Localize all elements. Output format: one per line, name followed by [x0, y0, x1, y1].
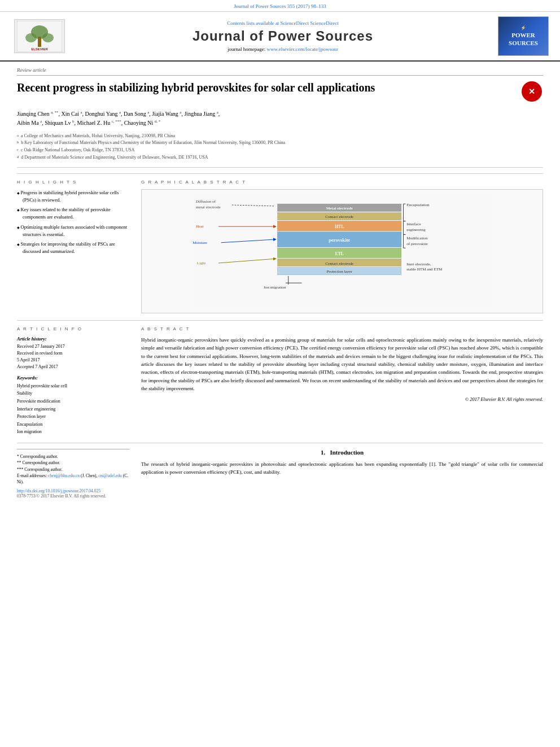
journal-homepage: journal homepage: www.elsevier.com/locat…	[68, 46, 498, 52]
graphical-abstract-column: G R A P H I C A L A B S T R A C T Metal …	[141, 180, 543, 313]
svg-text:Ion migration: Ion migration	[264, 285, 286, 290]
highlight-2: Key issues related to the stability of p…	[17, 206, 130, 221]
svg-text:Moisture: Moisture	[193, 240, 207, 244]
svg-text:perovskite: perovskite	[329, 237, 350, 243]
svg-text:engineering: engineering	[406, 228, 426, 232]
svg-text:Heat: Heat	[196, 224, 203, 229]
svg-rect-4	[38, 37, 41, 47]
journal-header: ELSEVIER Contents lists available at Sci…	[0, 12, 560, 62]
highlight-1: Progress in stabilizing hybrid perovskit…	[17, 189, 130, 204]
issn-text: 0378-7753/© 2017 Elsevier B.V. All right…	[17, 493, 130, 499]
crossmark: ✕	[520, 80, 543, 103]
footnote-2: ** Corresponding author.	[17, 460, 130, 466]
crossmark-icon: ✕	[522, 81, 542, 102]
svg-text:Contact electrode: Contact electrode	[325, 261, 353, 266]
article-title: Recent progress in stabilizing hybrid pe…	[17, 80, 520, 95]
affiliation-a: aa College of Mechanics and Materials, H…	[17, 133, 543, 140]
logo-power: POWER	[511, 31, 535, 39]
keyword-2: Stability	[17, 390, 130, 397]
highlights-graphical-section: H I G H L I G H T S Progress in stabiliz…	[17, 173, 543, 313]
citation-text: Journal of Power Sources 355 (2017) 98–1…	[234, 3, 326, 9]
accepted-date: Accepted 7 April 2017	[17, 364, 130, 370]
svg-text:Diffusion of: Diffusion of	[196, 199, 216, 204]
intro-section: * Corresponding author. ** Corresponding…	[17, 443, 543, 499]
svg-point-2	[25, 33, 37, 42]
article-body: Review article Recent progress in stabil…	[0, 62, 560, 504]
svg-text:Light: Light	[197, 261, 205, 265]
history-label: Article history:	[17, 336, 130, 342]
email-label-line: E-mail addresses: chenj@hhu.edu.cn (J. C…	[17, 473, 130, 486]
received-revised-date: 5 April 2017	[17, 357, 130, 364]
sciencedirect-text: Contents lists available at ScienceDirec…	[227, 20, 309, 26]
review-label: Review article	[17, 67, 543, 76]
intro-text: The research of hybrid inorganic-organic…	[141, 460, 543, 477]
keyword-6: Encapsulation	[17, 421, 130, 429]
graphical-abstract-header: G R A P H I C A L A B S T R A C T	[141, 180, 543, 185]
footnote-separator	[17, 449, 130, 452]
highlight-4: Strategies for improving the stability o…	[17, 241, 130, 255]
elsevier-logo: ELSEVIER	[11, 19, 68, 53]
abstract-header: A B S T R A C T	[141, 326, 543, 331]
introduction-column: 1. Introduction The research of hybrid i…	[141, 449, 543, 499]
elsevier-logo-image: ELSEVIER	[14, 19, 65, 53]
authors-line: Jianqing Chen a, **, Xin Cai a, Donghui …	[17, 110, 543, 128]
footnote-1: * Corresponding author.	[17, 453, 130, 460]
svg-text:Contact electrode: Contact electrode	[325, 215, 353, 219]
svg-text:Metal electrode: Metal electrode	[326, 206, 353, 211]
svg-text:ETL: ETL	[335, 251, 344, 256]
svg-text:Inert electrode,: Inert electrode,	[406, 262, 431, 267]
doi-link[interactable]: http://dx.doi.org/10.1016/j.jpowsour.201…	[17, 488, 130, 493]
keyword-7: Ion migration	[17, 428, 130, 436]
copyright: © 2017 Elsevier B.V. All rights reserved…	[141, 396, 543, 402]
sciencedirect-link: Contents lists available at ScienceDirec…	[68, 20, 498, 26]
affiliations: aa College of Mechanics and Materials, H…	[17, 133, 543, 168]
journal-center: Contents lists available at ScienceDirec…	[68, 20, 498, 52]
highlights-header: H I G H L I G H T S	[17, 180, 130, 185]
info-abstract-section: A R T I C L E I N F O Article history: R…	[17, 320, 543, 436]
highlights-column: H I G H L I G H T S Progress in stabiliz…	[17, 180, 130, 313]
email-1[interactable]: chenj@hhu.edu.cn	[48, 473, 80, 478]
affiliation-d: dd Department of Materials Science and E…	[17, 154, 543, 161]
footnote-3: *** Corresponding author.	[17, 466, 130, 473]
article-title-section: Recent progress in stabilizing hybrid pe…	[17, 80, 543, 103]
keywords-label: Keywords:	[17, 375, 130, 381]
affiliation-b: bb Key Laboratory of Functional Material…	[17, 139, 543, 147]
graphical-abstract-box: Metal electrode Contact electrode HTL pe…	[141, 189, 543, 313]
footnotes-column: * Corresponding author. ** Corresponding…	[17, 449, 130, 499]
graphical-abstract-diagram: Metal electrode Contact electrode HTL pe…	[146, 194, 538, 307]
email-2[interactable]: cni@udel.edu	[98, 473, 122, 478]
svg-text:Encapsulation: Encapsulation	[406, 203, 430, 207]
keyword-3: Perovskite modification	[17, 397, 130, 405]
abstract-column: A B S T R A C T Hybrid inorganic-organic…	[141, 326, 543, 436]
received-date: Received 27 January 2017	[17, 343, 130, 350]
keyword-5: Protection layer	[17, 413, 130, 421]
svg-text:HTL: HTL	[335, 224, 344, 229]
journal-title: Journal of Power Sources	[68, 28, 498, 44]
logo-sources: SOURCES	[509, 39, 538, 47]
svg-point-3	[42, 33, 54, 42]
keywords-list: Hybrid perovskite solar cell Stability P…	[17, 382, 130, 436]
svg-text:ELSEVIER: ELSEVIER	[31, 47, 48, 51]
homepage-url[interactable]: www.elsevier.com/locate/jpowsour	[267, 46, 338, 52]
highlight-3: Optimizing multiple factors associated w…	[17, 224, 130, 238]
svg-text:Interface: Interface	[406, 222, 421, 226]
svg-text:of perovskite: of perovskite	[406, 241, 427, 246]
top-citation: Journal of Power Sources 355 (2017) 98–1…	[0, 0, 560, 12]
svg-text:Protection layer: Protection layer	[327, 269, 353, 274]
article-info-column: A R T I C L E I N F O Article history: R…	[17, 326, 130, 436]
intro-title: 1. Introduction	[141, 449, 543, 456]
affiliation-c: cc Oak Ridge National Laboratory, Oak Ri…	[17, 147, 543, 154]
journal-logo-right: ⚡ POWER SOURCES	[498, 16, 549, 56]
svg-text:metal electrode: metal electrode	[196, 205, 221, 209]
page: Journal of Power Sources 355 (2017) 98–1…	[0, 0, 560, 747]
keyword-4: Interface engineering	[17, 405, 130, 413]
article-info-header: A R T I C L E I N F O	[17, 326, 130, 331]
abstract-text: Hybrid inorganic-organic perovskites hav…	[141, 336, 543, 393]
received-revised-label: Received in revised form	[17, 350, 130, 357]
svg-text:stable HTM and ETM: stable HTM and ETM	[406, 267, 443, 272]
highlights-list: Progress in stabilizing hybrid perovskit…	[17, 189, 130, 255]
svg-text:Modification: Modification	[406, 236, 428, 241]
keyword-1: Hybrid perovskite solar cell	[17, 382, 130, 390]
